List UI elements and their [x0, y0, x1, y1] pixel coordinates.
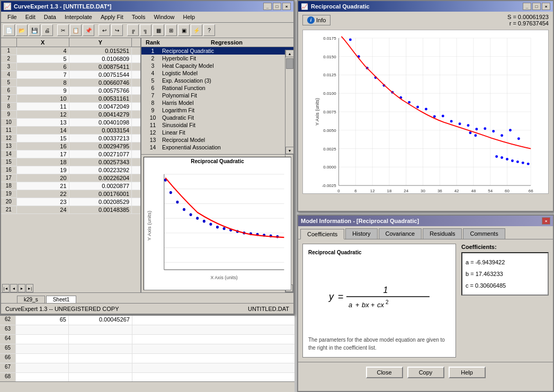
table-row[interactable]: 65: [0, 344, 294, 354]
cell-x[interactable]: 7: [17, 71, 69, 78]
cell-y[interactable]: 0.00148385: [69, 206, 132, 213]
cell-x[interactable]: 18: [17, 158, 69, 166]
tool4[interactable]: ⊞: [165, 24, 177, 36]
table-row[interactable]: 9 12 0.00414279: [1, 111, 140, 119]
cell-y[interactable]: 0.00660746: [69, 79, 132, 86]
tab-history[interactable]: History: [345, 228, 377, 239]
tool2[interactable]: ╗: [140, 24, 151, 36]
cell-x[interactable]: 9: [17, 87, 69, 94]
sheet-tab-sheet1[interactable]: Sheet1: [46, 296, 77, 303]
regression-list-item[interactable]: 8 Harris Model: [141, 99, 293, 106]
table-row[interactable]: 17 20 0.00226204: [1, 174, 140, 182]
table-row[interactable]: 15 18 0.00257343: [1, 158, 140, 166]
maximize-button[interactable]: □: [273, 3, 281, 10]
tool6[interactable]: ⚡: [191, 24, 202, 36]
plot-minimize[interactable]: _: [523, 3, 531, 10]
cell-y[interactable]: 0.00531161: [69, 95, 132, 102]
table-row[interactable]: 1 4 0.015251: [1, 47, 140, 55]
cell-y[interactable]: [69, 344, 132, 353]
cell-y[interactable]: 0.00401098: [69, 119, 132, 126]
cell-x[interactable]: 19: [17, 166, 69, 174]
regression-list-item[interactable]: 10 Quadratic Fit: [141, 114, 293, 121]
regression-list-item[interactable]: 15 Saturation Growth-Rate: [141, 151, 293, 152]
cell-y[interactable]: 0.00875411: [69, 63, 132, 70]
menu-window[interactable]: Window: [149, 13, 178, 21]
regression-list-item[interactable]: 11 Sinusoidal Fit: [141, 121, 293, 129]
cell-y[interactable]: [69, 354, 132, 363]
regression-list-item[interactable]: 6 Rational Function: [141, 84, 293, 92]
cell-x[interactable]: 8: [17, 79, 69, 86]
plot-title-bar[interactable]: 📈 Reciprocal Quadratic _ □ ×: [298, 1, 553, 12]
tool3[interactable]: ▦: [153, 24, 164, 36]
cell-x[interactable]: 12: [17, 111, 69, 118]
cell-y[interactable]: [69, 363, 132, 372]
cell-x[interactable]: 4: [17, 47, 69, 55]
menu-tools[interactable]: Tools: [128, 13, 150, 21]
close-button[interactable]: ×: [282, 3, 291, 10]
cell-y[interactable]: 0.00575766: [69, 87, 132, 94]
tab-nav-last[interactable]: ►|: [26, 284, 33, 292]
regression-list-item[interactable]: 9 Logarithm Fit: [141, 106, 293, 114]
table-row[interactable]: 63: [0, 325, 294, 335]
cell-x[interactable]: 21: [17, 182, 69, 190]
table-row[interactable]: 13 16 0.00294795: [1, 142, 140, 150]
cell-y[interactable]: 0.00751544: [69, 71, 132, 78]
table-row[interactable]: 4 7 0.00751544: [1, 71, 140, 79]
cell-x[interactable]: 5: [17, 55, 69, 63]
regression-list-item[interactable]: 7 Polynomial Fit: [141, 92, 293, 99]
cell-x[interactable]: 6: [17, 63, 69, 70]
model-close-x[interactable]: ×: [542, 217, 550, 225]
table-row[interactable]: 8 11 0.00472049: [1, 103, 140, 111]
plot-maximize[interactable]: □: [532, 3, 541, 10]
tab-nav-next[interactable]: ►: [18, 284, 25, 292]
cell-y[interactable]: [69, 373, 132, 382]
cell-y[interactable]: 0.015251: [69, 47, 132, 55]
cell-y[interactable]: 0.00414279: [69, 111, 132, 118]
cut-button[interactable]: ✂: [57, 24, 69, 36]
cell-x[interactable]: 11: [17, 103, 69, 110]
menu-apply-fit[interactable]: Apply Fit: [96, 13, 128, 21]
table-row[interactable]: 16 19 0.00223292: [1, 166, 140, 174]
cell-y[interactable]: 0.00294795: [69, 142, 132, 150]
paste-button[interactable]: 📌: [83, 24, 94, 36]
table-row[interactable]: 10 13 0.00401098: [1, 119, 140, 127]
tab-nav-prev[interactable]: ◄: [10, 284, 17, 292]
table-row[interactable]: 2 5 0.0106809: [1, 55, 140, 63]
menu-file[interactable]: File: [3, 13, 21, 21]
cell-y[interactable]: 0.0020877: [69, 182, 132, 190]
info-button[interactable]: i Info: [302, 15, 330, 25]
table-row[interactable]: 11 14 0.0033154: [1, 127, 140, 135]
cell-y[interactable]: 0.00208529: [69, 198, 132, 206]
minimize-button[interactable]: _: [263, 3, 272, 10]
cell-x[interactable]: 23: [17, 198, 69, 206]
plot-close[interactable]: ×: [542, 3, 550, 10]
cell-y[interactable]: [69, 325, 132, 334]
sheet-tab-k29s[interactable]: k29_s: [17, 296, 45, 303]
regression-scrollbar[interactable]: ▲ ▼: [285, 50, 293, 154]
save-button[interactable]: 💾: [29, 24, 40, 36]
cell-y[interactable]: 0.0106809: [69, 55, 132, 63]
cell-y[interactable]: 0.00271077: [69, 150, 132, 158]
regression-list-item[interactable]: 5 Exp. Association (3): [141, 77, 293, 84]
help-tool-button[interactable]: ?: [203, 24, 215, 36]
cell-x[interactable]: [16, 325, 69, 334]
cell-x[interactable]: 17: [17, 150, 69, 158]
close-dialog-button[interactable]: Close: [366, 367, 403, 378]
regression-list-item[interactable]: 14 Exponential Association: [141, 144, 293, 151]
cell-y[interactable]: 0.00176001: [69, 190, 132, 198]
cell-y[interactable]: 0.00226204: [69, 174, 132, 182]
model-title-bar[interactable]: Model Information - [Reciprocal Quadrati…: [298, 216, 553, 226]
main-title-bar[interactable]: 📈 CurveExpert 1.3 - [UNTITLED.DAT*] _ □ …: [1, 1, 293, 12]
table-row[interactable]: 14 17 0.00271077: [1, 150, 140, 158]
cell-y[interactable]: 0.00045267: [69, 316, 132, 325]
table-row[interactable]: 64: [0, 335, 294, 344]
menu-help[interactable]: Help: [179, 13, 200, 21]
cell-x[interactable]: 22: [17, 190, 69, 198]
regression-list-item[interactable]: 13 Reciprocal Model: [141, 136, 293, 144]
regression-list-item[interactable]: 2 Hyperbolic Fit: [141, 55, 293, 62]
cell-x[interactable]: [16, 363, 69, 372]
copy-button-dialog[interactable]: Copy: [407, 367, 444, 378]
table-row[interactable]: 20 23 0.00208529: [1, 198, 140, 206]
menu-interpolate[interactable]: Interpolate: [60, 13, 96, 21]
cell-y[interactable]: 0.00257343: [69, 158, 132, 166]
